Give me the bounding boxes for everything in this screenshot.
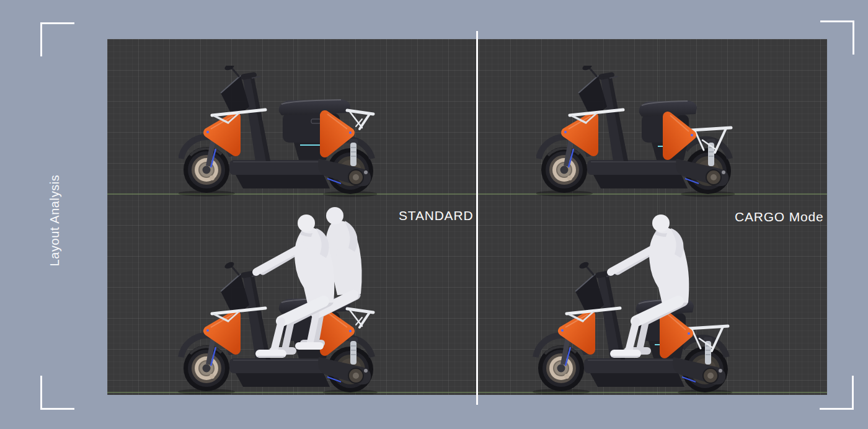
page-title: Layout Analysis xyxy=(48,158,62,283)
render-cargo-one-rider xyxy=(532,202,737,394)
presentation-board: Layout Analysis xyxy=(0,0,868,429)
render-standard-empty xyxy=(179,66,377,197)
scooter-cargo xyxy=(536,66,735,197)
3d-viewport: STANDARD CARGO Mode xyxy=(107,39,827,395)
frame-corner-bottom-left xyxy=(40,376,74,410)
label-standard-mode: STANDARD xyxy=(399,208,473,223)
render-standard-two-riders xyxy=(177,202,382,394)
render-cargo-empty xyxy=(536,66,735,197)
scooter-standard xyxy=(179,66,377,197)
viewport-divider xyxy=(476,31,478,405)
frame-corner-top-left xyxy=(40,22,74,56)
label-cargo-mode: CARGO Mode xyxy=(735,210,823,224)
